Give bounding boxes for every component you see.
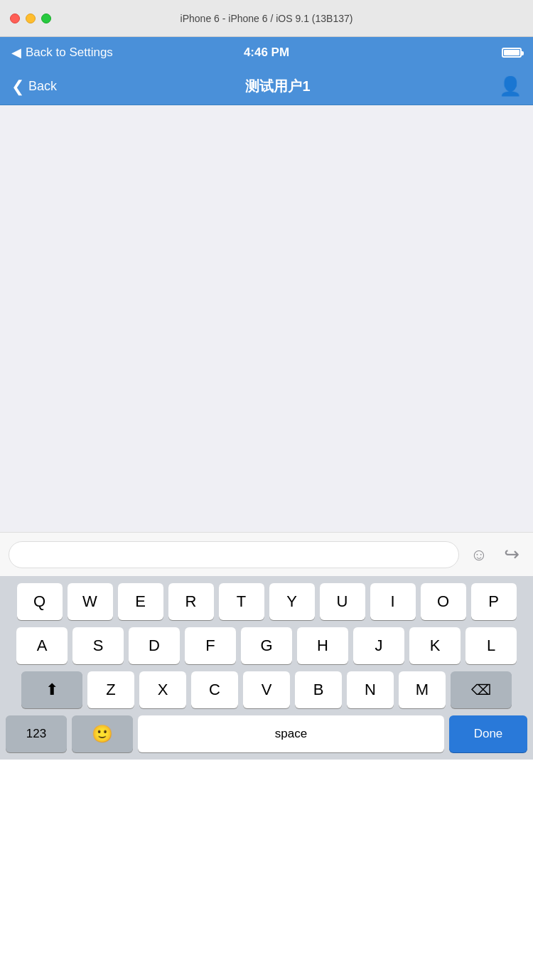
battery-icon (502, 48, 522, 58)
nav-back-label: Back (28, 79, 57, 94)
key-P[interactable]: P (471, 583, 517, 620)
key-K[interactable]: K (409, 627, 461, 664)
keyboard: Q W E R T Y U I O P A S D F G H J K L ⬆ … (0, 576, 533, 760)
key-H[interactable]: H (297, 627, 348, 664)
close-button[interactable] (10, 14, 20, 23)
delete-key[interactable]: ⌫ (451, 671, 512, 708)
back-to-settings[interactable]: ◀ Back to Settings (11, 45, 113, 60)
key-I[interactable]: I (370, 583, 416, 620)
keyboard-row-2: A S D F G H J K L (3, 627, 530, 664)
send-button[interactable]: ↩ (499, 542, 524, 568)
nav-back-button[interactable]: ❮ Back (11, 78, 57, 96)
window-controls (10, 14, 51, 23)
key-M[interactable]: M (399, 671, 446, 708)
key-O[interactable]: O (421, 583, 466, 620)
key-D[interactable]: D (129, 627, 180, 664)
key-V[interactable]: V (243, 671, 290, 708)
key-B[interactable]: B (295, 671, 342, 708)
nav-title: 测试用户1 (245, 77, 310, 96)
window-title: iPhone 6 - iPhone 6 / iOS 9.1 (13B137) (181, 13, 353, 24)
nav-chevron-left-icon: ❮ (11, 78, 24, 96)
chevron-left-icon: ◀ (11, 45, 21, 60)
key-E[interactable]: E (118, 583, 163, 620)
battery-indicator (499, 48, 522, 58)
key-G[interactable]: G (241, 627, 292, 664)
delete-icon: ⌫ (471, 681, 491, 698)
done-key[interactable]: Done (449, 715, 527, 752)
input-bar: ☺ ↩ (0, 532, 533, 576)
status-time: 4:46 PM (244, 46, 289, 60)
key-F[interactable]: F (185, 627, 236, 664)
numbers-key[interactable]: 123 (6, 715, 67, 752)
key-N[interactable]: N (347, 671, 394, 708)
key-S[interactable]: S (72, 627, 124, 664)
nav-bar: ❮ Back 测试用户1 👤 (0, 68, 533, 105)
numbers-label: 123 (26, 727, 46, 741)
key-L[interactable]: L (465, 627, 517, 664)
key-W[interactable]: W (68, 583, 113, 620)
emoji-keyboard-icon: 🙂 (92, 724, 113, 744)
key-T[interactable]: T (219, 583, 264, 620)
emoji-button[interactable]: ☺ (466, 542, 492, 568)
minimize-button[interactable] (26, 14, 36, 23)
space-label: space (275, 727, 307, 741)
chat-area (0, 105, 533, 532)
emoji-keyboard-key[interactable]: 🙂 (72, 715, 133, 752)
done-label: Done (474, 727, 503, 741)
keyboard-row-1: Q W E R T Y U I O P (3, 583, 530, 620)
key-A[interactable]: A (16, 627, 68, 664)
shift-key[interactable]: ⬆ (21, 671, 82, 708)
smiley-icon: ☺ (470, 545, 488, 565)
maximize-button[interactable] (41, 14, 51, 23)
message-input[interactable] (9, 541, 459, 568)
key-C[interactable]: C (191, 671, 238, 708)
key-Y[interactable]: Y (269, 583, 315, 620)
ios-status-bar: ◀ Back to Settings 4:46 PM (0, 37, 533, 68)
keyboard-row-4: 123 🙂 space Done (3, 715, 530, 760)
key-R[interactable]: R (168, 583, 214, 620)
back-to-settings-label: Back to Settings (26, 46, 113, 60)
window-titlebar: iPhone 6 - iPhone 6 / iOS 9.1 (13B137) (0, 0, 533, 37)
key-X[interactable]: X (139, 671, 186, 708)
key-J[interactable]: J (353, 627, 404, 664)
key-Z[interactable]: Z (87, 671, 134, 708)
reply-icon: ↩ (504, 543, 519, 565)
shift-icon: ⬆ (45, 681, 58, 699)
keyboard-row-3: ⬆ Z X C V B N M ⌫ (3, 671, 530, 708)
space-key[interactable]: space (138, 715, 444, 752)
key-Q[interactable]: Q (17, 583, 63, 620)
contact-icon[interactable]: 👤 (499, 75, 522, 97)
key-U[interactable]: U (320, 583, 365, 620)
